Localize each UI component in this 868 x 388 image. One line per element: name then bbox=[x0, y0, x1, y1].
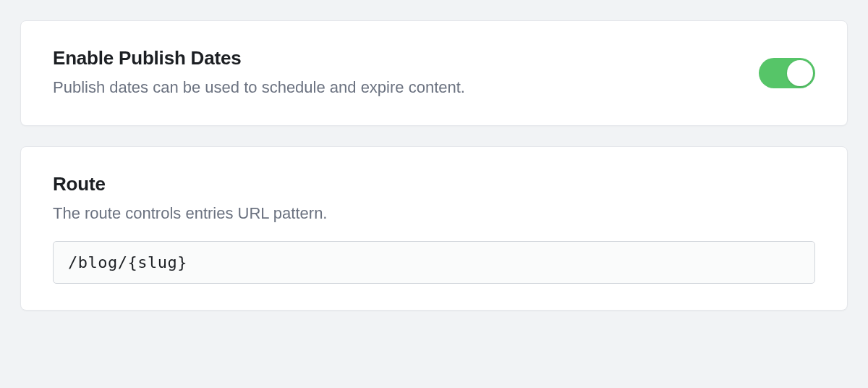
publish-dates-text: Enable Publish Dates Publish dates can b… bbox=[53, 47, 759, 99]
publish-dates-row: Enable Publish Dates Publish dates can b… bbox=[53, 47, 815, 99]
enable-publish-dates-card: Enable Publish Dates Publish dates can b… bbox=[20, 20, 848, 126]
publish-dates-description: Publish dates can be used to schedule an… bbox=[53, 77, 759, 99]
publish-dates-title: Enable Publish Dates bbox=[53, 47, 759, 69]
publish-dates-toggle[interactable] bbox=[759, 58, 815, 88]
route-title: Route bbox=[53, 173, 815, 195]
route-input-wrap bbox=[53, 241, 815, 284]
route-description: The route controls entries URL pattern. bbox=[53, 203, 815, 225]
route-input[interactable] bbox=[53, 241, 815, 284]
route-card: Route The route controls entries URL pat… bbox=[20, 146, 848, 311]
toggle-knob bbox=[787, 60, 813, 86]
route-text: Route The route controls entries URL pat… bbox=[53, 173, 815, 225]
